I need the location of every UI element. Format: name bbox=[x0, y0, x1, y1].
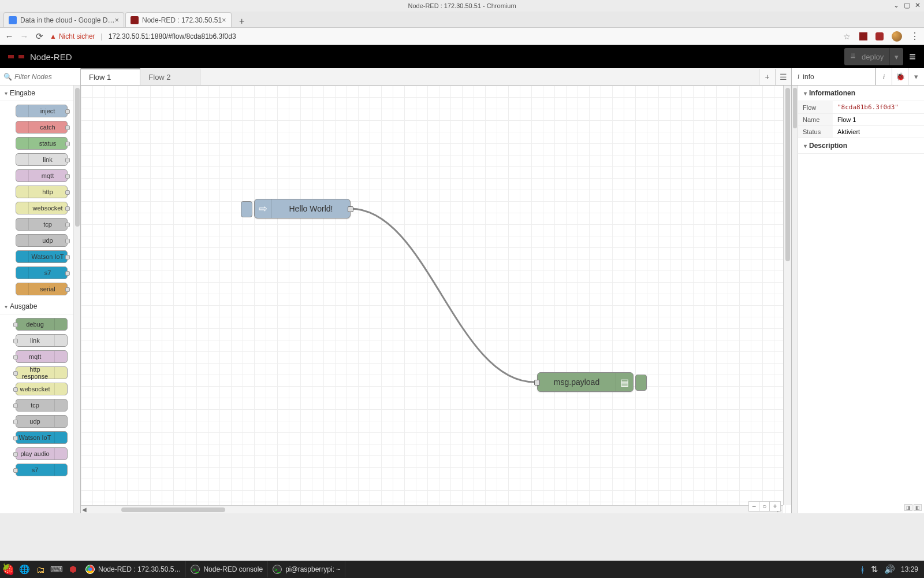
taskbar-item[interactable]: Node-RED : 172.30.50.5… bbox=[81, 561, 186, 577]
description-section-header[interactable]: ▾ Description bbox=[798, 138, 924, 154]
input-port[interactable] bbox=[13, 387, 18, 392]
new-tab-button[interactable]: + bbox=[236, 16, 248, 27]
input-port[interactable] bbox=[13, 339, 18, 343]
web-browser-icon[interactable]: 🌐 bbox=[16, 561, 32, 577]
info-expand-icon[interactable]: i bbox=[875, 68, 892, 85]
input-port[interactable] bbox=[534, 380, 540, 386]
output-port[interactable] bbox=[65, 174, 70, 179]
output-port[interactable] bbox=[348, 206, 353, 212]
palette-node[interactable]: serial bbox=[16, 283, 68, 295]
output-port[interactable] bbox=[65, 206, 70, 211]
output-port[interactable] bbox=[65, 109, 70, 114]
output-port[interactable] bbox=[65, 125, 70, 130]
input-port[interactable] bbox=[13, 403, 18, 408]
browser-menu-icon[interactable]: ⋮ bbox=[910, 31, 919, 42]
output-port[interactable] bbox=[65, 223, 70, 227]
output-port[interactable] bbox=[65, 158, 70, 162]
palette-node[interactable]: mqtt bbox=[16, 350, 68, 363]
tab-close-icon[interactable]: × bbox=[114, 16, 119, 24]
palette-node[interactable]: udp bbox=[16, 415, 68, 428]
flow-tab-1[interactable]: Flow 1 bbox=[81, 68, 140, 85]
search-input[interactable] bbox=[14, 73, 77, 81]
palette-node[interactable]: s7 bbox=[16, 266, 68, 279]
input-port[interactable] bbox=[13, 420, 18, 424]
taskbar-item[interactable]: Node-RED console bbox=[186, 561, 268, 577]
palette-node[interactable]: http bbox=[16, 186, 68, 198]
list-flows-button[interactable]: ☰ bbox=[775, 69, 791, 85]
scroll-left-icon[interactable]: ◀ bbox=[82, 506, 87, 513]
sidebar-expand-icon[interactable]: ◧ bbox=[914, 504, 922, 511]
palette-node[interactable]: catch bbox=[16, 121, 68, 134]
palette-node[interactable]: inject bbox=[16, 105, 68, 117]
inject-trigger-button[interactable] bbox=[241, 201, 252, 217]
palette-node[interactable]: s7 bbox=[16, 464, 68, 476]
input-port[interactable] bbox=[13, 323, 18, 327]
palette-scrollbar[interactable] bbox=[73, 86, 80, 513]
palette-search[interactable]: 🔍 bbox=[0, 68, 80, 86]
wire[interactable] bbox=[351, 209, 534, 382]
deploy-caret-icon[interactable]: ▾ bbox=[889, 48, 903, 65]
palette-node[interactable]: http response bbox=[16, 366, 68, 379]
taskbar-item[interactable]: pi@raspberrypi: ~ bbox=[268, 561, 345, 577]
deploy-button[interactable]: deploy ▾ bbox=[844, 48, 903, 65]
maximize-icon[interactable]: ▢ bbox=[904, 1, 910, 9]
input-port[interactable] bbox=[13, 355, 18, 360]
tab-nodered[interactable]: Node-RED : 172.30.50.51 × bbox=[125, 12, 232, 27]
output-port[interactable] bbox=[65, 255, 70, 260]
profile-avatar[interactable] bbox=[892, 31, 902, 42]
security-warning[interactable]: ▲ Nicht sicher bbox=[50, 32, 95, 40]
inject-node[interactable]: ⇨ Hello World! bbox=[254, 199, 351, 218]
palette-node[interactable]: websocket bbox=[16, 383, 68, 395]
palette-node[interactable]: Watson IoT bbox=[16, 250, 68, 263]
debug-toggle-button[interactable] bbox=[635, 375, 647, 391]
bluetooth-icon[interactable]: ᚼ bbox=[860, 565, 865, 575]
clock[interactable]: 13:29 bbox=[901, 565, 918, 573]
palette-node[interactable]: link bbox=[16, 334, 68, 347]
output-port[interactable] bbox=[65, 287, 70, 292]
zoom-in-button[interactable]: + bbox=[770, 502, 780, 511]
reload-button[interactable]: ⟳ bbox=[35, 31, 44, 42]
network-icon[interactable]: ⇅ bbox=[871, 564, 878, 575]
close-icon[interactable]: ✕ bbox=[915, 1, 921, 9]
palette-node[interactable]: websocket bbox=[16, 202, 68, 214]
palette-node[interactable]: udp bbox=[16, 234, 68, 247]
input-port[interactable] bbox=[13, 452, 18, 457]
tab-gdoc[interactable]: Data in the cloud - Google D… × bbox=[3, 12, 124, 27]
palette-node[interactable]: status bbox=[16, 137, 68, 150]
palette-node[interactable]: link bbox=[16, 153, 68, 166]
palette-node[interactable]: tcp bbox=[16, 218, 68, 231]
forward-button[interactable]: → bbox=[20, 31, 29, 41]
tab-close-icon[interactable]: × bbox=[222, 16, 226, 24]
canvas-hscrollbar[interactable]: ◀ ▶ bbox=[81, 505, 783, 513]
palette-category[interactable]: ▾Ausgabe bbox=[0, 299, 80, 314]
palette-category[interactable]: ▾Eingabe bbox=[0, 86, 80, 101]
debug-sidebar-icon[interactable]: 🐞 bbox=[892, 68, 908, 85]
palette-node[interactable]: play audio bbox=[16, 447, 68, 460]
palette-node[interactable]: debug bbox=[16, 318, 68, 331]
palette-node[interactable]: tcp bbox=[16, 399, 68, 412]
back-button[interactable]: ← bbox=[5, 31, 14, 41]
volume-icon[interactable]: 🔊 bbox=[884, 564, 895, 575]
flow-canvas[interactable]: ⇨ Hello World! msg.payload ▤ bbox=[81, 86, 791, 513]
flow-tab-2[interactable]: Flow 2 bbox=[140, 68, 200, 85]
sidebar-caret-icon[interactable]: ▾ bbox=[908, 68, 924, 85]
output-port[interactable] bbox=[65, 142, 70, 146]
info-section-header[interactable]: ▾ Informationen bbox=[798, 86, 924, 101]
terminal-icon[interactable]: ⌨ bbox=[49, 561, 65, 577]
palette-body[interactable]: ▾Eingabeinjectcatchstatuslinkmqtthttpweb… bbox=[0, 86, 80, 513]
sidebar-collapse-icon[interactable]: ◨ bbox=[904, 504, 912, 511]
extension-icon[interactable] bbox=[875, 32, 884, 40]
extension-icon[interactable] bbox=[859, 32, 867, 40]
start-menu-icon[interactable]: 🍓 bbox=[0, 561, 16, 577]
debug-node[interactable]: msg.payload ▤ bbox=[537, 372, 634, 392]
menu-icon[interactable]: ≡ bbox=[909, 50, 916, 64]
file-manager-icon[interactable]: 🗂 bbox=[32, 561, 49, 577]
canvas-vscrollbar[interactable] bbox=[783, 86, 791, 505]
zoom-reset-button[interactable]: ○ bbox=[759, 502, 770, 511]
output-port[interactable] bbox=[65, 271, 70, 276]
add-flow-button[interactable]: + bbox=[759, 69, 775, 85]
url-text[interactable]: 172.30.50.51:1880/#flow/8cda81b6.3f0d3 bbox=[109, 32, 236, 40]
palette-node[interactable]: Watson IoT bbox=[16, 431, 68, 444]
input-port[interactable] bbox=[13, 371, 18, 376]
minimize-icon[interactable]: ⌄ bbox=[893, 1, 899, 9]
